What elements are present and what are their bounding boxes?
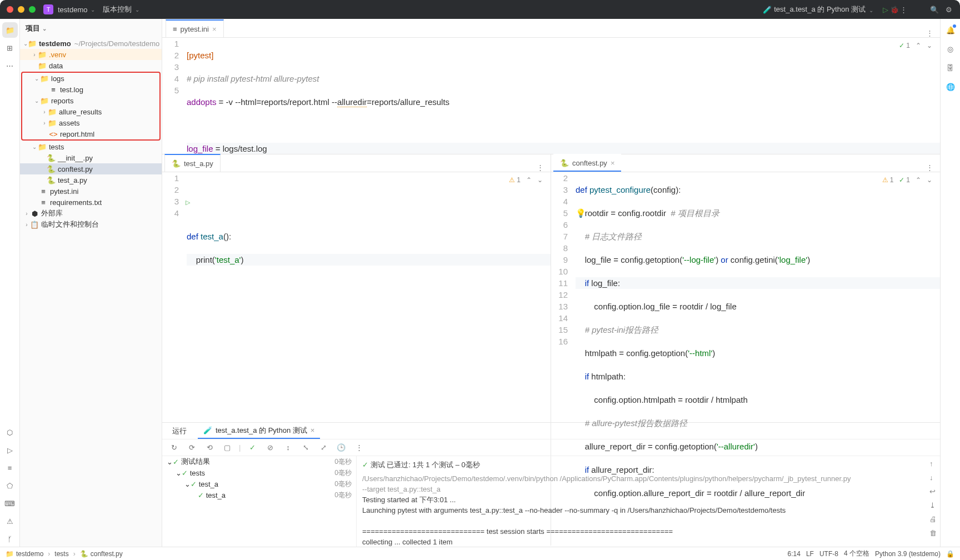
inspection-down-icon[interactable]: ⌄ — [927, 40, 932, 52]
search-icon[interactable]: 🔍 — [930, 5, 939, 14]
tab-conftest[interactable]: 🐍conftest.py× — [553, 154, 621, 172]
inspection-warn-badge[interactable]: 1 — [882, 174, 894, 186]
tab-pytest-ini[interactable]: ≡ pytest.ini × — [166, 19, 224, 37]
status-lock-icon[interactable]: 🔒 — [946, 550, 954, 558]
tree-tests[interactable]: tests — [49, 143, 64, 151]
inspection-up-icon[interactable]: ⌃ — [916, 40, 921, 52]
tree-root[interactable]: testdemo — [39, 39, 71, 48]
close-window-icon[interactable] — [7, 6, 13, 13]
soft-wrap-icon[interactable]: ↩ — [929, 486, 937, 497]
inspection-down-icon[interactable]: ⌄ — [927, 174, 932, 186]
structure-tool-button[interactable]: ⊞ — [2, 40, 18, 56]
editor-pane-pytest-ini: 12345 [pytest] # pip install pytest-html… — [162, 38, 940, 154]
tab-label: pytest.ini — [181, 25, 209, 33]
tab-test-a[interactable]: 🐍test_a.py — [164, 154, 221, 172]
python-packages-button[interactable]: ⬡ — [2, 424, 18, 440]
more-run-icon[interactable]: ⋮ — [899, 5, 908, 14]
tree-init[interactable]: __init__.py — [58, 154, 93, 162]
project-tool-button[interactable]: 📁 — [2, 22, 18, 38]
debug-button[interactable]: 🐞 — [890, 5, 899, 14]
print-icon[interactable]: 🖨 — [929, 514, 937, 524]
status-interpreter[interactable]: Python 3.9 (testdemo) — [875, 550, 941, 558]
tree-pytest-ini[interactable]: pytest.ini — [50, 187, 78, 196]
project-tree[interactable]: ⌄📁testdemo~/Projects/Demo/testdemo ›📁.ve… — [20, 38, 162, 547]
clear-icon[interactable]: 🗑 — [929, 528, 937, 538]
more-tool-button[interactable]: ⋯ — [2, 58, 18, 73]
pytest-icon: 🧪 — [763, 6, 772, 14]
window-controls[interactable] — [7, 6, 36, 13]
test-console[interactable]: ✓ 测试 已通过: 1共 1 个测试 – 0毫秒 /Users/hanzhich… — [357, 456, 940, 547]
ai-assist-icon[interactable]: ◎ — [943, 41, 958, 57]
problems-tool-button[interactable]: ⚠ — [2, 513, 18, 529]
tree-assets[interactable]: assets — [59, 119, 80, 127]
endpoints-icon[interactable]: 🌐 — [943, 79, 958, 94]
tree-report-html[interactable]: report.html — [60, 130, 94, 138]
inspection-ok-badge[interactable]: 1 — [899, 174, 910, 186]
status-eol[interactable]: LF — [806, 550, 814, 558]
scroll-up-icon[interactable]: ↑ — [929, 458, 937, 469]
vcs-menu[interactable]: 版本控制 — [103, 4, 139, 14]
subtab-more-icon[interactable]: ⋮ — [919, 163, 940, 172]
database-icon[interactable]: 🗄 — [943, 60, 958, 76]
inspection-ok-badge[interactable]: 1 — [899, 40, 910, 52]
status-caret-pos[interactable]: 6:14 — [788, 550, 801, 558]
tree-reports[interactable]: reports — [51, 97, 73, 105]
python-file-icon: 🐍 — [560, 159, 569, 167]
run-config-label: test_a.test_a 的 Python 测试 — [774, 4, 866, 14]
tree-requirements[interactable]: requirements.txt — [50, 198, 102, 207]
inspection-up-icon[interactable]: ⌃ — [526, 174, 532, 186]
scroll-end-icon[interactable]: ⤓ — [929, 500, 937, 511]
tree-root-path: ~/Projects/Demo/testdemo — [74, 39, 160, 48]
close-tab-icon[interactable]: × — [611, 159, 615, 167]
titlebar: T testdemo 版本控制 🧪 test_a.test_a 的 Python… — [0, 0, 960, 19]
tree-data[interactable]: data — [49, 62, 63, 70]
close-tab-icon[interactable]: × — [311, 426, 315, 434]
code-pytest-ini[interactable]: 12345 [pytest] # pip install pytest-html… — [162, 38, 940, 154]
tree-venv[interactable]: .venv — [49, 51, 66, 59]
tree-test-a[interactable]: test_a.py — [58, 176, 87, 184]
tree-allure[interactable]: allure_results — [59, 108, 102, 116]
inspection-up-icon[interactable]: ⌃ — [916, 174, 921, 186]
python-file-icon: 🐍 — [172, 159, 181, 168]
inspection-warn-badge[interactable]: 1 — [509, 174, 521, 186]
debug-tool-button[interactable]: ⬠ — [2, 478, 18, 493]
minimize-window-icon[interactable] — [18, 6, 24, 13]
project-badge: T — [43, 4, 53, 14]
run-gutter-icon[interactable]: ▷ — [186, 199, 190, 206]
status-encoding[interactable]: UTF-8 — [819, 550, 838, 558]
settings-icon[interactable]: ⚙ — [944, 5, 953, 14]
close-tab-icon[interactable]: × — [212, 25, 217, 33]
tree-scratch[interactable]: 临时文件和控制台 — [41, 219, 99, 229]
editor-tab-more-icon[interactable]: ⋮ — [919, 29, 940, 37]
project-sidebar: 项目⌄ ⌄📁testdemo~/Projects/Demo/testdemo ›… — [20, 19, 162, 547]
statusbar: 📁testdemo tests 🐍conftest.py 6:14 LF UTF… — [0, 547, 960, 560]
tree-logs[interactable]: logs — [51, 74, 64, 83]
test-summary: 测试 已通过: 1共 1 个测试 – 0毫秒 — [371, 461, 480, 469]
tree-ext-lib[interactable]: 外部库 — [41, 208, 63, 218]
editor-tabs: ≡ pytest.ini × ⋮ — [162, 19, 940, 38]
subtab-more-icon[interactable]: ⋮ — [530, 163, 551, 172]
tree-test-log[interactable]: test.log — [60, 86, 83, 94]
services-tool-button[interactable]: ≡ — [2, 460, 18, 476]
intention-bulb-icon[interactable]: 💡 — [576, 207, 586, 219]
highlighted-region: ⌄📁logs ≡test.log ⌄📁reports ›📁allure_resu… — [21, 72, 161, 141]
notifications-icon[interactable]: 🔔 — [943, 22, 958, 38]
tree-conftest[interactable]: conftest.py — [58, 165, 93, 173]
vcs-tool-button[interactable]: ᚶ — [2, 531, 18, 547]
project-panel-header[interactable]: 项目⌄ — [20, 19, 162, 38]
breadcrumb[interactable]: 📁testdemo tests 🐍conftest.py — [6, 550, 123, 558]
editor-area: ≡ pytest.ini × ⋮ 12345 [pytest] # pip in… — [162, 19, 940, 547]
run-button[interactable]: ▷ — [881, 5, 890, 14]
right-tool-stripe: 🔔 ◎ 🗄 🌐 — [940, 19, 960, 547]
project-selector[interactable]: testdemo — [58, 6, 95, 14]
maximize-window-icon[interactable] — [29, 6, 36, 13]
run-tool-button[interactable]: ▷ — [2, 442, 18, 458]
status-indent[interactable]: 4 个空格 — [844, 549, 869, 558]
run-config-selector[interactable]: 🧪 test_a.test_a 的 Python 测试 — [763, 4, 873, 14]
scroll-down-icon[interactable]: ↓ — [929, 472, 937, 483]
terminal-tool-button[interactable]: ⌨ — [2, 496, 18, 511]
inspection-down-icon[interactable]: ⌄ — [537, 174, 543, 186]
ini-file-icon: ≡ — [173, 25, 177, 33]
left-tool-stripe: 📁 ⊞ ⋯ ⬡ ▷ ≡ ⬠ ⌨ ⚠ ᚶ — [0, 19, 20, 547]
